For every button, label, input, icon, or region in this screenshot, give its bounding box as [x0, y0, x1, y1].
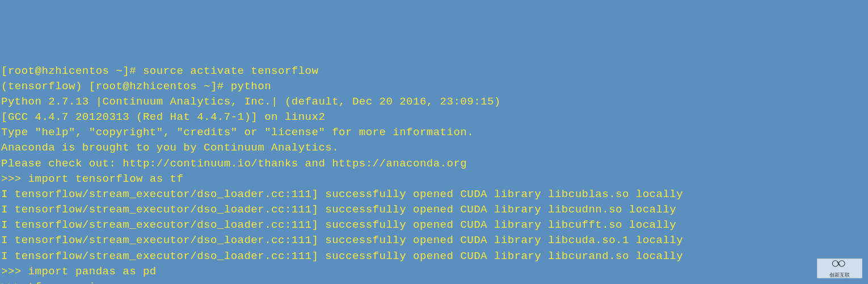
- terminal-line: (tensorflow) [root@hzhicentos ~]# python: [1, 79, 867, 94]
- terminal-line: I tensorflow/stream_executor/dso_loader.…: [1, 249, 867, 264]
- watermark-icon: [831, 258, 848, 269]
- terminal-line: Type "help", "copyright", "credits" or "…: [1, 125, 867, 140]
- terminal-line: I tensorflow/stream_executor/dso_loader.…: [1, 202, 867, 218]
- terminal-line: I tensorflow/stream_executor/dso_loader.…: [1, 218, 867, 233]
- terminal-line: Please check out: http://continuum.io/th…: [1, 156, 867, 172]
- terminal-line: I tensorflow/stream_executor/dso_loader.…: [1, 233, 867, 248]
- terminal-line: Anaconda is brought to you by Continuum …: [1, 140, 867, 156]
- terminal-line: >>> import pandas as pd: [1, 264, 867, 279]
- svg-point-0: [832, 261, 838, 267]
- terminal-line: >>> import tensorflow as tf: [1, 172, 867, 187]
- watermark-text: 创新互联: [829, 272, 850, 279]
- terminal-line: [GCC 4.4.7 20120313 (Red Hat 4.4.7-1)] o…: [1, 110, 867, 125]
- terminal-output[interactable]: [root@hzhicentos ~]# source activate ten…: [1, 64, 867, 284]
- terminal-line: Python 2.7.13 |Continuum Analytics, Inc.…: [1, 94, 867, 110]
- svg-line-2: [837, 262, 840, 265]
- svg-point-1: [839, 261, 845, 267]
- terminal-line: [root@hzhicentos ~]# source activate ten…: [1, 64, 867, 79]
- watermark-logo: 创新互联: [817, 258, 862, 278]
- terminal-line: I tensorflow/stream_executor/dso_loader.…: [1, 187, 867, 202]
- terminal-line: >>> tf.__version__: [1, 279, 867, 284]
